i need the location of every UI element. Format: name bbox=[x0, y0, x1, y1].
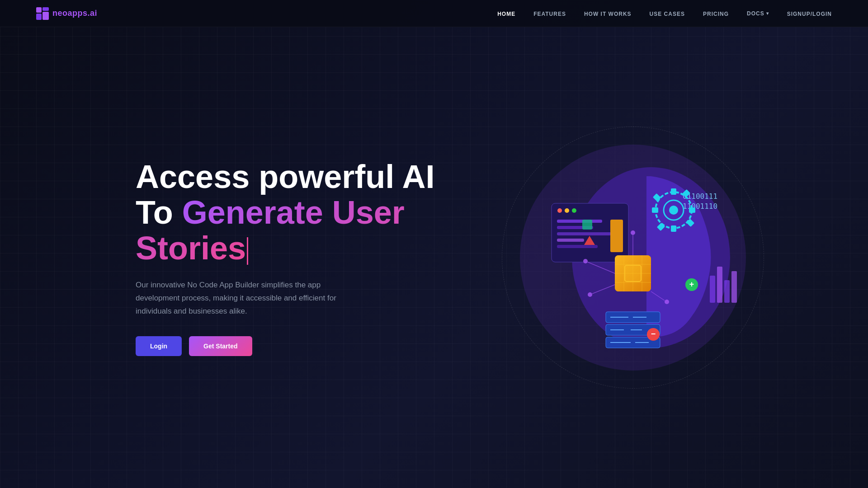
svg-rect-27 bbox=[610, 220, 623, 252]
get-started-button[interactable]: Get Started bbox=[189, 336, 252, 356]
svg-point-21 bbox=[572, 208, 576, 213]
svg-rect-28 bbox=[582, 220, 592, 230]
svg-text:−: − bbox=[651, 329, 656, 338]
nav-features[interactable]: FEATURES bbox=[533, 11, 566, 17]
svg-rect-1 bbox=[42, 7, 49, 11]
logo[interactable]: neoapps.ai bbox=[36, 7, 97, 20]
svg-text:+: + bbox=[689, 280, 694, 289]
login-button[interactable]: Login bbox=[136, 336, 182, 356]
svg-rect-13 bbox=[652, 207, 658, 213]
navbar: neoapps.ai HOME FEATURES HOW IT WORKS US… bbox=[0, 0, 868, 27]
svg-point-9 bbox=[669, 206, 678, 215]
ai-illustration: 01100111 11001110 bbox=[515, 140, 750, 375]
cursor-blink bbox=[247, 237, 248, 265]
nav-home[interactable]: HOME bbox=[497, 11, 515, 17]
hero-section: Access powerful AI To Generate UserStori… bbox=[0, 0, 868, 488]
svg-rect-24 bbox=[557, 232, 611, 235]
chevron-down-icon: ▾ bbox=[766, 11, 769, 16]
svg-rect-12 bbox=[689, 207, 695, 213]
nav-links: HOME FEATURES HOW IT WORKS USE CASES PRI… bbox=[497, 9, 832, 18]
svg-point-19 bbox=[557, 208, 562, 213]
svg-point-20 bbox=[565, 208, 569, 213]
svg-point-40 bbox=[583, 259, 588, 263]
svg-point-44 bbox=[588, 292, 592, 297]
svg-rect-61 bbox=[717, 267, 722, 303]
nav-pricing[interactable]: PRICING bbox=[703, 11, 729, 17]
logo-text: neoapps.ai bbox=[52, 9, 97, 18]
hero-text: Access powerful AI To Generate UserStori… bbox=[136, 159, 452, 356]
svg-rect-22 bbox=[557, 220, 602, 223]
svg-point-42 bbox=[631, 230, 635, 235]
svg-rect-11 bbox=[671, 225, 676, 232]
svg-rect-25 bbox=[557, 239, 584, 242]
svg-rect-26 bbox=[557, 245, 598, 248]
svg-rect-38 bbox=[625, 265, 641, 282]
hero-title: Access powerful AI To Generate UserStori… bbox=[136, 159, 452, 267]
nav-signup-login[interactable]: SIGNUP/LOGIN bbox=[787, 11, 832, 17]
svg-text:11001110: 11001110 bbox=[683, 202, 717, 211]
svg-rect-2 bbox=[42, 12, 49, 20]
nav-docs[interactable]: DOCS ▾ bbox=[747, 10, 769, 17]
logo-icon bbox=[36, 7, 49, 20]
nav-how-it-works[interactable]: HOW IT WORKS bbox=[584, 11, 632, 17]
svg-point-46 bbox=[665, 300, 669, 304]
svg-rect-10 bbox=[671, 188, 676, 195]
svg-rect-3 bbox=[36, 14, 42, 20]
svg-rect-63 bbox=[731, 271, 737, 303]
svg-rect-0 bbox=[36, 7, 42, 13]
svg-rect-60 bbox=[710, 276, 715, 303]
svg-rect-62 bbox=[724, 280, 730, 303]
hero-buttons: Login Get Started bbox=[136, 336, 452, 356]
hero-description: Our innovative No Code App Builder simpl… bbox=[136, 279, 362, 318]
nav-use-cases[interactable]: USE CASES bbox=[650, 11, 685, 17]
hero-illustration: 01100111 11001110 bbox=[488, 140, 778, 375]
